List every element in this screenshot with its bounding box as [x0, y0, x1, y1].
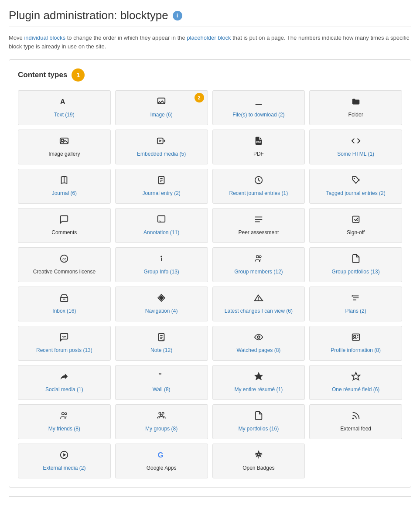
- block-item-journal[interactable]: Journal (6): [18, 169, 111, 204]
- block-label: Plans (2): [345, 308, 366, 315]
- block-label: Wall (8): [153, 386, 171, 393]
- block-item-group-info[interactable]: Group Info (13): [115, 247, 208, 282]
- peer-icon: [254, 215, 263, 227]
- block-item-navigation[interactable]: Navigation (4): [115, 287, 208, 321]
- block-label: My portfolios (16): [239, 426, 279, 433]
- bottom-border: [9, 496, 411, 497]
- block-item-cc[interactable]: ccCreative Commons license: [18, 247, 111, 282]
- block-item-annotation[interactable]: Annotation (11): [115, 208, 208, 243]
- plans-icon: [351, 293, 361, 305]
- svg-text:": ": [158, 372, 162, 380]
- block-item-journal-entry[interactable]: Journal entry (2): [115, 169, 208, 204]
- block-label: Recent forum posts (13): [36, 347, 92, 354]
- svg-text:A: A: [60, 98, 65, 106]
- block-item-gallery[interactable]: Image gallery: [18, 130, 111, 164]
- block-item-html[interactable]: Some HTML (1): [309, 130, 402, 164]
- block-item-forum-posts[interactable]: Recent forum posts (13): [18, 326, 111, 361]
- block-item-group-members[interactable]: Group members (12): [212, 247, 305, 282]
- block-label: Tagged journal entries (2): [326, 190, 386, 197]
- block-item-note[interactable]: Note (12): [115, 326, 208, 361]
- block-label: Embedded media (5): [137, 151, 186, 158]
- block-label: Inbox (16): [52, 308, 76, 315]
- note-icon: [157, 332, 166, 345]
- block-item-portfolios[interactable]: My portfolios (16): [212, 404, 305, 439]
- friends-icon: [59, 411, 69, 423]
- content-box: Content types 1 AText (19)Image (6)2File…: [9, 59, 411, 488]
- block-item-download[interactable]: File(s) to download (2): [212, 90, 305, 125]
- svg-point-36: [257, 336, 260, 338]
- block-label: Group members (12): [234, 269, 283, 276]
- external-feed-icon: [351, 411, 361, 423]
- block-item-open-badges[interactable]: Open Badges: [212, 444, 305, 478]
- block-item-external-feed[interactable]: External feed: [309, 404, 402, 439]
- block-item-recent-journal[interactable]: Recent journal entries (1): [212, 169, 305, 204]
- block-item-comments[interactable]: Comments: [18, 208, 111, 243]
- recent-journal-icon: [254, 175, 263, 188]
- svg-rect-15: [158, 216, 165, 222]
- svg-point-43: [65, 413, 67, 415]
- block-item-latest-changes[interactable]: Latest changes I can view (6): [212, 287, 305, 321]
- block-item-wall[interactable]: "Wall (8): [115, 365, 208, 400]
- block-item-google-apps[interactable]: GGoogle Apps: [115, 444, 208, 478]
- block-label: My groups (8): [145, 426, 178, 433]
- block-item-image[interactable]: Image (6)2: [115, 90, 208, 125]
- groups-icon: [157, 411, 166, 423]
- svg-point-46: [160, 414, 163, 416]
- block-item-media[interactable]: Embedded media (5): [115, 130, 208, 164]
- download-icon: [254, 97, 263, 109]
- svg-marker-41: [352, 372, 359, 380]
- block-label: Comments: [51, 229, 77, 236]
- block-label: Peer assessment: [239, 229, 279, 236]
- block-item-inbox[interactable]: Inbox (16): [18, 287, 111, 321]
- block-item-watched-pages[interactable]: Watched pages (8): [212, 326, 305, 361]
- media-icon: [157, 136, 166, 148]
- block-label: Watched pages (8): [236, 347, 280, 354]
- svg-text:PDF: PDF: [256, 141, 261, 143]
- social-media-icon: [59, 372, 69, 384]
- gallery-icon: [59, 136, 69, 148]
- block-label: Annotation (11): [143, 229, 179, 236]
- page-header: Plugin administration: blocktype i: [9, 9, 411, 27]
- block-item-tagged-journal[interactable]: Tagged journal entries (2): [309, 169, 402, 204]
- block-label: Profile information (8): [331, 347, 381, 354]
- block-label: Google Apps: [147, 465, 177, 472]
- wall-icon: ": [157, 372, 166, 384]
- block-item-resume-field[interactable]: One résumé field (6): [309, 365, 402, 400]
- block-label: Sign-off: [347, 229, 365, 236]
- block-item-resume[interactable]: My entire résumé (1): [212, 365, 305, 400]
- watched-pages-icon: [254, 332, 263, 345]
- block-label: Note (12): [150, 347, 172, 354]
- block-item-peer[interactable]: Peer assessment: [212, 208, 305, 243]
- folder-icon: [351, 97, 361, 109]
- svg-text:G: G: [158, 451, 164, 459]
- annotation-icon: [157, 215, 166, 227]
- block-label: Creative Commons license: [33, 269, 96, 276]
- group-info-icon: [157, 254, 166, 266]
- block-item-folder[interactable]: Folder: [309, 90, 402, 125]
- block-label: External feed: [340, 426, 371, 433]
- svg-marker-40: [255, 372, 263, 380]
- block-item-signoff[interactable]: Sign-off: [309, 208, 402, 243]
- svg-marker-49: [64, 454, 66, 457]
- block-item-social-media[interactable]: Social media (1): [18, 365, 111, 400]
- svg-point-44: [159, 412, 161, 414]
- text-icon: A: [59, 97, 69, 109]
- svg-point-25: [259, 256, 261, 258]
- block-label: PDF: [253, 151, 264, 158]
- block-item-plans[interactable]: Plans (2): [309, 287, 402, 321]
- signoff-icon: [351, 215, 361, 227]
- block-item-external-media[interactable]: External media (2): [18, 444, 111, 478]
- block-item-profile[interactable]: Profile information (8): [309, 326, 402, 361]
- resume-icon: [254, 372, 263, 384]
- block-item-group-portfolios[interactable]: Group portfolios (13): [309, 247, 402, 282]
- block-item-text[interactable]: AText (19): [18, 90, 111, 125]
- svg-point-38: [354, 335, 356, 338]
- badge-1: 1: [72, 68, 85, 82]
- info-icon[interactable]: i: [173, 11, 182, 20]
- block-item-friends[interactable]: My friends (8): [18, 404, 111, 439]
- block-item-groups[interactable]: My groups (8): [115, 404, 208, 439]
- external-media-icon: [59, 450, 69, 462]
- block-item-pdf[interactable]: PDFPDF: [212, 130, 305, 164]
- block-label: File(s) to download (2): [232, 112, 284, 119]
- svg-text:cc: cc: [63, 257, 66, 261]
